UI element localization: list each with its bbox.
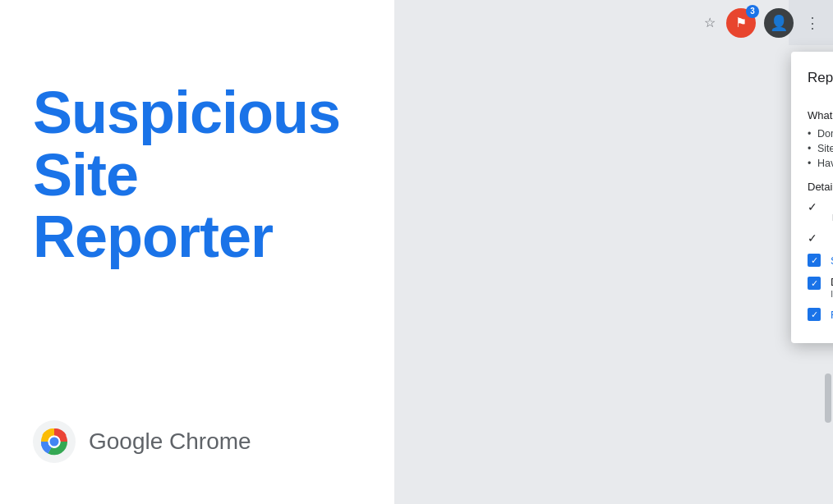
suspicious-section-label: What's suspicious about this site — [808, 109, 833, 121]
star-icon[interactable]: ☆ — [702, 15, 718, 31]
chrome-branding: Google Chrome — [33, 420, 361, 463]
referrer-detail-item: Referrer Chain ot the orer not | chap h.… — [808, 307, 833, 322]
suspicious-reasons-list: Domain uses uncommon characters Site not… — [808, 126, 833, 171]
chrome-logo-icon — [33, 420, 76, 463]
referrer-checkbox[interactable] — [808, 308, 821, 321]
left-panel: Suspicious Site Reporter Google Chrome — [0, 0, 394, 504]
browser-bar: ☆ ⚑ 3 👤 ⋮ — [789, 0, 833, 45]
flag-icon: ⚑ — [735, 15, 747, 30]
avatar-button[interactable]: 👤 — [764, 8, 794, 38]
popup-title: Report site to Google — [808, 70, 833, 86]
badge-count: 3 — [746, 5, 759, 18]
report-popup: Report site to Google ✕ What's suspiciou… — [791, 52, 833, 343]
popup-header: Report site to Google ✕ — [791, 52, 833, 98]
title-line-2: Site — [33, 142, 138, 208]
menu-button[interactable]: ⋮ — [802, 11, 823, 35]
screenshot-checkbox[interactable] — [808, 254, 821, 267]
avatar-icon: 👤 — [770, 14, 788, 32]
check-icon: ✓ — [808, 231, 822, 245]
chrome-label: Google Chrome — [89, 428, 251, 455]
title-line-1: Suspicious — [33, 80, 340, 145]
list-item: Haven't visited site in the last 3 month… — [808, 156, 833, 171]
right-panel: ☆ ⚑ 3 👤 ⋮ Report site to Google ✕ What's… — [394, 0, 833, 504]
dom-detail-item: DOM Content Includes all HTML of the sit… — [808, 276, 833, 299]
url-detail-item: ✓ URL http://suspicious.net/enteryourcre… — [808, 199, 833, 222]
dom-checkbox[interactable] — [808, 277, 821, 290]
ip-detail-item: ✓ IP Address — [808, 231, 833, 245]
flag-extension-button[interactable]: ⚑ 3 — [726, 8, 756, 38]
check-icon: ✓ — [808, 200, 822, 213]
main-title: Suspicious Site Reporter — [33, 82, 361, 268]
title-line-3: Reporter — [33, 204, 273, 269]
screenshot-detail-item: Screenshot — [808, 253, 833, 268]
popup-body: What's suspicious about this site Domain… — [791, 98, 833, 343]
scrollbar-thumb[interactable] — [825, 373, 831, 423]
list-item: Site not in top 5k sites — [808, 141, 833, 156]
svg-point-2 — [50, 438, 59, 447]
list-item: Domain uses uncommon characters — [808, 126, 833, 141]
details-section-label: Details included with your report: — [808, 181, 833, 193]
